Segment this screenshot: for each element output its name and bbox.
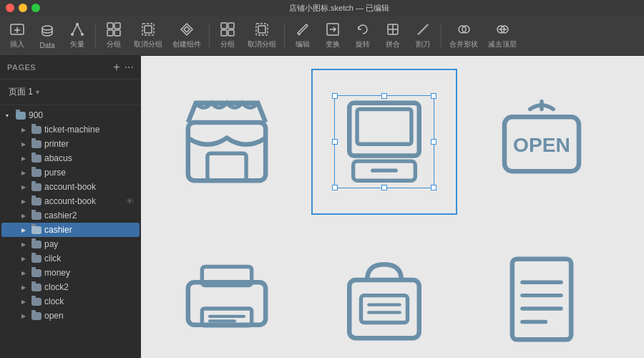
folder-icon (31, 198, 42, 205)
layer-purse[interactable]: ▶ purse (1, 165, 140, 180)
folder-icon (31, 155, 42, 163)
svg-rect-14 (228, 23, 234, 29)
icon-open-sign[interactable]: OPEN (470, 70, 613, 213)
merge-shape-button[interactable]: 合并形状 (445, 19, 482, 52)
folder-icon (31, 255, 42, 263)
folder-icon (31, 269, 42, 277)
svg-line-24 (418, 24, 428, 34)
folder-icon (31, 298, 42, 306)
create-component-label: 创建组件 (172, 39, 201, 49)
svg-rect-47 (512, 259, 571, 340)
window-title: 店铺小图标.sketch — 已编辑 (40, 3, 638, 14)
data-label: Data (39, 42, 54, 49)
transform-label: 变换 (326, 39, 340, 49)
rotate-icon (354, 21, 371, 37)
svg-rect-13 (221, 23, 227, 29)
svg-point-4 (71, 33, 74, 36)
close-button[interactable] (6, 4, 14, 12)
group2-button[interactable]: 分组 (213, 19, 242, 52)
handle-bl[interactable] (332, 185, 338, 190)
flatten-icon (384, 21, 401, 37)
maximize-button[interactable] (31, 4, 40, 12)
chevron-right-icon: ▶ (21, 155, 29, 162)
icon-abacus-bag[interactable] (313, 228, 456, 358)
group-button[interactable]: 分组 (99, 19, 128, 52)
svg-rect-10 (114, 30, 120, 36)
flatten-label: 拼合 (386, 39, 400, 49)
layer-open[interactable]: ▶ open (1, 309, 140, 323)
layer-clock2-label: clock2 (44, 282, 134, 292)
traffic-lights (6, 4, 40, 12)
handle-br[interactable] (431, 185, 436, 190)
ungroup2-label: 取消分组 (248, 39, 276, 49)
handle-tr[interactable] (431, 93, 436, 99)
layer-account-book2[interactable]: ▶ account-book 👁 (1, 194, 140, 208)
svg-rect-30 (188, 122, 265, 180)
canvas-area[interactable]: OPEN (141, 56, 644, 358)
layer-cashier2[interactable]: ▶ cashier2 (1, 208, 140, 223)
chevron-right-icon: ▶ (21, 127, 29, 133)
page-chevron-icon: ▾ (36, 88, 39, 96)
minimize-button[interactable] (19, 4, 27, 12)
chevron-right-icon: ▶ (21, 241, 29, 248)
layer-abacus[interactable]: ▶ abacus (1, 151, 140, 165)
chevron-right-icon: ▶ (21, 299, 29, 305)
icon-receipt[interactable] (470, 228, 613, 358)
layer-pay[interactable]: ▶ pay (1, 237, 140, 251)
layer-account-book2-label: account-book (44, 196, 123, 206)
ungroup2-icon (253, 21, 270, 37)
remove-vertex-label: 减去顶层 (488, 39, 517, 49)
chevron-right-icon: ▶ (21, 213, 29, 219)
create-component-button[interactable]: 创建组件 (168, 19, 205, 52)
insert-label: 插入 (10, 39, 24, 49)
chevron-right-icon: ▶ (21, 170, 29, 176)
add-page-button[interactable]: + (113, 62, 119, 73)
layer-account-book1[interactable]: ▶ account-book (1, 180, 140, 194)
icon-printer[interactable] (155, 228, 298, 358)
layer-ticket-label: ticket-machine (44, 125, 134, 135)
pages-label: PAGES (7, 63, 36, 72)
layer-click[interactable]: ▶ click (1, 251, 140, 266)
data-button[interactable]: Data (33, 19, 62, 52)
transform-icon (324, 21, 341, 37)
svg-rect-15 (221, 30, 227, 36)
layer-cashier[interactable]: ▶ cashier (1, 223, 140, 237)
layer-printer[interactable]: ▶ printer (1, 137, 140, 151)
transform-button[interactable]: 变换 (318, 19, 347, 52)
merge-shape-label: 合并形状 (449, 39, 478, 49)
layer-root[interactable]: ▾ 900 (1, 108, 140, 122)
more-pages-button[interactable]: ··· (125, 62, 134, 73)
svg-point-3 (42, 26, 52, 30)
rotate-button[interactable]: 旋转 (348, 19, 377, 52)
icon-cashier-machine[interactable] (313, 70, 456, 213)
layer-money[interactable]: ▶ money (1, 266, 140, 280)
vector-button[interactable]: 矢量 (63, 19, 92, 52)
handle-ml[interactable] (332, 139, 338, 145)
separator-4 (441, 23, 441, 49)
layer-clock2[interactable]: ▶ clock2 (1, 280, 140, 294)
layer-abacus-label: abacus (44, 153, 134, 163)
separator-2 (209, 23, 210, 49)
svg-rect-38 (188, 282, 265, 325)
insert-button[interactable]: 插入 (3, 19, 31, 52)
flatten-button[interactable]: 拼合 (379, 19, 407, 52)
layer-clock-label: clock (44, 296, 134, 306)
knife-button[interactable]: 割刀 (409, 19, 437, 52)
merge-shape-icon (455, 21, 472, 37)
edit-label: 编辑 (296, 39, 310, 49)
layer-ticket-machine[interactable]: ▶ ticket-machine (1, 122, 140, 137)
folder-icon (31, 226, 42, 234)
chevron-right-icon: ▶ (21, 270, 29, 276)
layer-clock[interactable]: ▶ clock (1, 294, 140, 309)
handle-mr[interactable] (431, 139, 436, 145)
remove-vertex-button[interactable]: 减去顶层 (484, 19, 521, 52)
page-item[interactable]: 页面 1 ▾ (6, 84, 135, 100)
chevron-right-icon: ▶ (21, 313, 29, 319)
ungroup-button[interactable]: 取消分组 (130, 19, 167, 52)
ungroup2-button[interactable]: 取消分组 (243, 19, 280, 52)
icon-store[interactable] (155, 70, 298, 213)
handle-tl[interactable] (332, 93, 338, 99)
edit-button[interactable]: 编辑 (288, 19, 317, 52)
chevron-right-icon: ▶ (21, 227, 29, 233)
eye-icon: 👁 (126, 197, 134, 205)
